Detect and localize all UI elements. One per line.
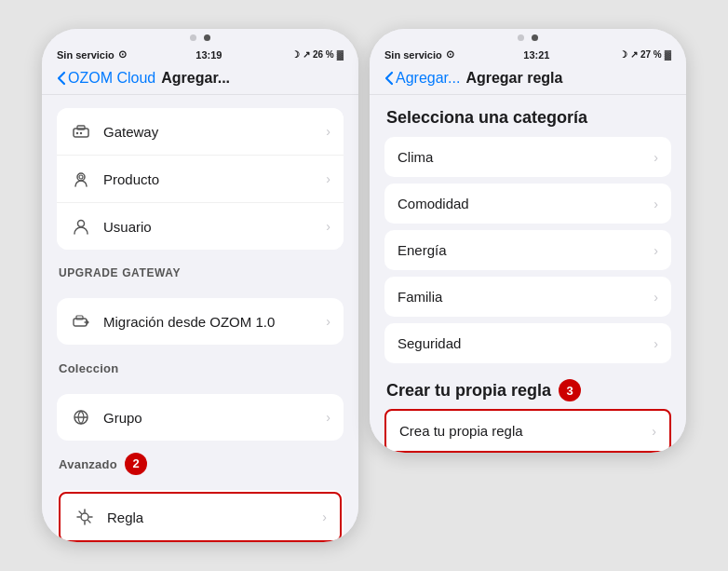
- list-item-gateway[interactable]: Gateway ›: [57, 108, 344, 156]
- list-item-comodidad[interactable]: Comodidad ›: [384, 184, 671, 224]
- nav-title-left: Agregar...: [161, 70, 230, 87]
- phone-right: Sin servicio ⊙ 13:21 ☽ ↗ 27 % ▓ Agregar.…: [370, 29, 686, 453]
- clima-chevron: ›: [654, 150, 658, 165]
- grupo-chevron: ›: [326, 410, 330, 425]
- clima-label: Clima: [398, 149, 433, 165]
- svg-point-2: [76, 132, 78, 134]
- moon-icon-r: ☽: [619, 49, 627, 60]
- dot-2: [204, 34, 210, 41]
- step-badge-3: 3: [559, 379, 581, 401]
- back-button-left[interactable]: OZOM Cloud: [57, 70, 155, 87]
- migration-label: Migración desde OZOM 1.0: [103, 314, 275, 330]
- list-group-main: Gateway › Producto ›: [57, 108, 344, 250]
- custom-rule-chevron: ›: [652, 424, 656, 439]
- no-service-label: Sin servicio: [57, 49, 115, 61]
- usuario-label: Usuario: [103, 219, 152, 235]
- back-button-right[interactable]: Agregar...: [384, 70, 460, 87]
- regla-label: Regla: [107, 510, 143, 525]
- no-service-label-r: Sin servicio: [384, 49, 442, 61]
- dot-r1: [518, 34, 524, 41]
- wifi-icon-r: ⊙: [446, 48, 454, 61]
- back-label-left: OZOM Cloud: [68, 70, 155, 87]
- list-group-coleccion: Grupo ›: [57, 394, 344, 441]
- custom-rule-section-header: Crear tu propia regla: [386, 381, 551, 401]
- nav-bar-left: OZOM Cloud Agregar...: [42, 64, 358, 95]
- usuario-chevron: ›: [326, 219, 330, 234]
- familia-chevron: ›: [654, 290, 658, 305]
- producto-label: Producto: [103, 171, 159, 187]
- content-left: Gateway › Producto ›: [42, 95, 358, 542]
- battery-label: 26 %: [313, 49, 334, 60]
- category-section-header: Selecciona una categoría: [384, 95, 671, 137]
- product-icon: [70, 168, 92, 190]
- avanzado-section-title: Avanzado: [57, 441, 117, 477]
- list-item-migration[interactable]: Migración desde OZOM 1.0 ›: [57, 298, 344, 345]
- wifi-icon: ⊙: [118, 48, 127, 61]
- svg-point-5: [79, 175, 83, 179]
- status-bar-left: Sin servicio ⊙ 13:19 ☽ ↗ 26 % ▓: [42, 45, 358, 64]
- nav-title-right: Agregar regla: [465, 70, 562, 87]
- group-icon: [70, 406, 92, 428]
- custom-rule-label: Crea tu propia regla: [399, 423, 523, 439]
- gateway-icon: [70, 120, 92, 143]
- list-item-familia[interactable]: Familia ›: [384, 277, 671, 317]
- battery-icon-r: ▓: [665, 49, 671, 60]
- category-list: Clima › Comodidad › Energía › Familia › …: [384, 137, 671, 363]
- time-label: 13:19: [195, 49, 222, 61]
- content-right: Selecciona una categoría Clima › Comodid…: [370, 95, 686, 453]
- familia-label: Familia: [398, 289, 442, 305]
- list-group-avanzado: Regla ›: [57, 490, 344, 542]
- svg-line-17: [88, 521, 91, 523]
- moon-icon: ☽: [291, 49, 300, 60]
- energia-label: Energía: [398, 242, 447, 258]
- nav-bar-right: Agregar... Agregar regla: [370, 64, 686, 95]
- svg-point-3: [80, 132, 82, 134]
- dots-indicator-left: [42, 29, 358, 45]
- battery-icon: ▓: [337, 49, 344, 60]
- grupo-label: Grupo: [103, 410, 142, 426]
- dots-indicator-right: [370, 29, 686, 45]
- dot-r2: [532, 34, 538, 41]
- svg-point-11: [81, 513, 88, 521]
- list-item-clima[interactable]: Clima ›: [384, 137, 671, 177]
- user-icon: [70, 215, 92, 238]
- seguridad-label: Seguridad: [398, 335, 461, 351]
- list-group-upgrade: Migración desde OZOM 1.0 ›: [57, 298, 344, 345]
- list-item-custom-rule[interactable]: Crea tu propia regla ›: [384, 409, 671, 453]
- dot-1: [190, 34, 196, 41]
- signal-icon-r: ↗: [630, 49, 638, 60]
- svg-point-6: [78, 221, 85, 227]
- comodidad-chevron: ›: [654, 197, 658, 211]
- signal-icon: ↗: [303, 49, 310, 60]
- list-item-energia[interactable]: Energía ›: [384, 230, 671, 270]
- gateway-chevron: ›: [326, 124, 330, 139]
- back-label-right: Agregar...: [396, 70, 460, 87]
- list-item-regla[interactable]: Regla ›: [59, 492, 342, 542]
- list-item-seguridad[interactable]: Seguridad ›: [384, 323, 671, 363]
- energia-chevron: ›: [654, 243, 658, 258]
- seguridad-chevron: ›: [654, 336, 658, 351]
- status-bar-right: Sin servicio ⊙ 13:21 ☽ ↗ 27 % ▓: [370, 45, 686, 64]
- upgrade-section-title: UPGRADE GATEWAY: [57, 250, 344, 285]
- list-item-usuario[interactable]: Usuario ›: [57, 203, 344, 250]
- svg-point-4: [77, 173, 85, 181]
- list-item-grupo[interactable]: Grupo ›: [57, 394, 344, 441]
- time-label-r: 13:21: [523, 49, 549, 61]
- phone-left: Sin servicio ⊙ 13:19 ☽ ↗ 26 % ▓ OZOM Clo…: [42, 29, 358, 542]
- list-item-producto[interactable]: Producto ›: [57, 156, 344, 203]
- regla-chevron: ›: [322, 510, 327, 524]
- rule-icon: [74, 506, 96, 528]
- gateway-label: Gateway: [103, 124, 158, 140]
- comodidad-label: Comodidad: [398, 196, 469, 211]
- svg-rect-1: [77, 126, 85, 129]
- migration-icon: [70, 310, 92, 333]
- coleccion-section-title: Coleccion: [57, 345, 344, 381]
- step-badge-2: 2: [125, 453, 147, 475]
- battery-label-r: 27 %: [640, 49, 662, 60]
- migration-chevron: ›: [326, 314, 330, 329]
- producto-chevron: ›: [326, 171, 330, 186]
- svg-line-16: [79, 511, 82, 514]
